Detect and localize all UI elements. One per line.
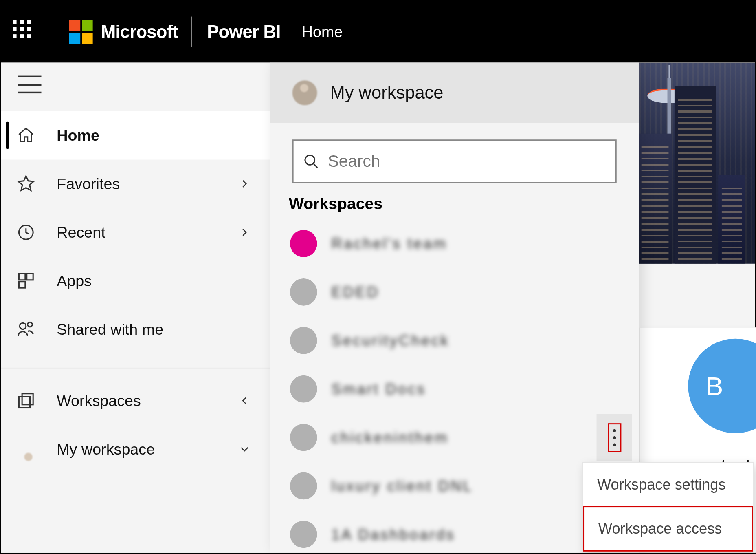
workspace-item[interactable]: SecurityCheck xyxy=(270,316,639,365)
workspace-avatar-icon xyxy=(290,230,317,257)
microsoft-logo-icon xyxy=(69,20,93,44)
flyout-header[interactable]: My workspace xyxy=(270,63,639,123)
search-icon xyxy=(303,153,320,170)
svg-point-5 xyxy=(28,322,33,327)
sidebar-item-home[interactable]: Home xyxy=(1,111,270,160)
more-vertical-icon xyxy=(613,429,615,446)
workspace-item[interactable]: chickeninthem xyxy=(270,413,639,462)
flyout-header-label: My workspace xyxy=(330,83,444,103)
workspace-name: EDED xyxy=(331,283,632,300)
home-icon xyxy=(17,126,40,145)
svg-rect-6 xyxy=(22,394,33,405)
brand-name: Microsoft xyxy=(101,22,178,42)
workspace-name: chickeninthem xyxy=(331,429,596,446)
svg-rect-1 xyxy=(19,274,25,280)
search-input[interactable] xyxy=(328,152,606,171)
sidebar-item-workspaces[interactable]: Workspaces xyxy=(1,377,270,425)
chevron-down-icon xyxy=(238,443,251,456)
sidebar-item-favorites[interactable]: Favorites xyxy=(1,160,270,208)
menu-item-workspace-settings[interactable]: Workspace settings xyxy=(583,463,753,506)
workspaces-section-title: Workspaces xyxy=(289,195,639,214)
breadcrumb: Home xyxy=(302,23,343,41)
chevron-right-icon xyxy=(238,226,251,239)
sidebar-item-label: Home xyxy=(57,126,270,145)
avatar-icon xyxy=(292,80,317,105)
divider xyxy=(191,17,191,47)
workspace-avatar-icon xyxy=(290,424,317,451)
workspaces-icon xyxy=(17,391,40,410)
chevron-right-icon xyxy=(238,177,251,190)
sidebar-item-label: Recent xyxy=(57,223,238,241)
sidebar-item-label: Workspaces xyxy=(57,392,238,410)
avatar-letter: B xyxy=(706,371,723,401)
sidebar-item-apps[interactable]: Apps xyxy=(1,256,270,305)
workspace-avatar-icon xyxy=(290,472,317,500)
sidebar-item-my-workspace[interactable]: My workspace xyxy=(1,425,270,474)
sidebar-item-label: Apps xyxy=(57,271,270,290)
menu-item-workspace-access[interactable]: Workspace access xyxy=(583,506,753,552)
star-icon xyxy=(17,174,40,193)
workspace-avatar-icon xyxy=(290,521,317,548)
divider xyxy=(1,368,270,368)
sidebar-item-shared[interactable]: Shared with me xyxy=(1,305,270,353)
app-launcher-icon[interactable] xyxy=(13,20,37,44)
workspace-name: Rachel's team xyxy=(331,235,632,252)
workspace-more-button[interactable] xyxy=(597,414,632,461)
app-window: Microsoft Power BI Home Home xyxy=(0,0,756,554)
global-header: Microsoft Power BI Home xyxy=(1,1,755,63)
svg-point-4 xyxy=(20,323,26,329)
svg-rect-7 xyxy=(19,397,30,408)
product-name: Power BI xyxy=(207,22,280,42)
sidebar-item-label: Favorites xyxy=(57,174,238,193)
svg-rect-3 xyxy=(19,282,25,288)
workspace-avatar-icon xyxy=(290,375,317,403)
workspace-item[interactable]: Smart Docs xyxy=(270,365,639,413)
menu-toggle-icon[interactable] xyxy=(18,76,42,94)
workspace-avatar-icon xyxy=(290,327,317,354)
chevron-left-icon xyxy=(238,394,251,407)
sidebar: Home Favorites Recent xyxy=(1,63,270,553)
workspace-context-menu: Workspace settings Workspace access xyxy=(582,462,754,552)
workspace-search[interactable] xyxy=(292,139,617,183)
workspace-item[interactable]: EDED xyxy=(270,268,639,316)
workspace-avatar-icon xyxy=(290,278,317,306)
svg-rect-2 xyxy=(27,274,33,280)
workspace-name: Smart Docs xyxy=(331,380,632,397)
apps-icon xyxy=(17,271,40,290)
people-icon xyxy=(17,320,40,338)
sidebar-item-label: Shared with me xyxy=(57,320,270,338)
sidebar-item-recent[interactable]: Recent xyxy=(1,208,270,256)
svg-point-8 xyxy=(305,155,315,165)
hero-image xyxy=(639,63,755,264)
workspace-name: SecurityCheck xyxy=(331,332,632,349)
clock-icon xyxy=(17,223,40,242)
workspace-item[interactable]: Rachel's team xyxy=(270,219,639,268)
content-avatar-icon: B xyxy=(688,339,756,433)
app-body: Home Favorites Recent xyxy=(1,63,755,553)
sidebar-item-label: My workspace xyxy=(57,440,238,459)
